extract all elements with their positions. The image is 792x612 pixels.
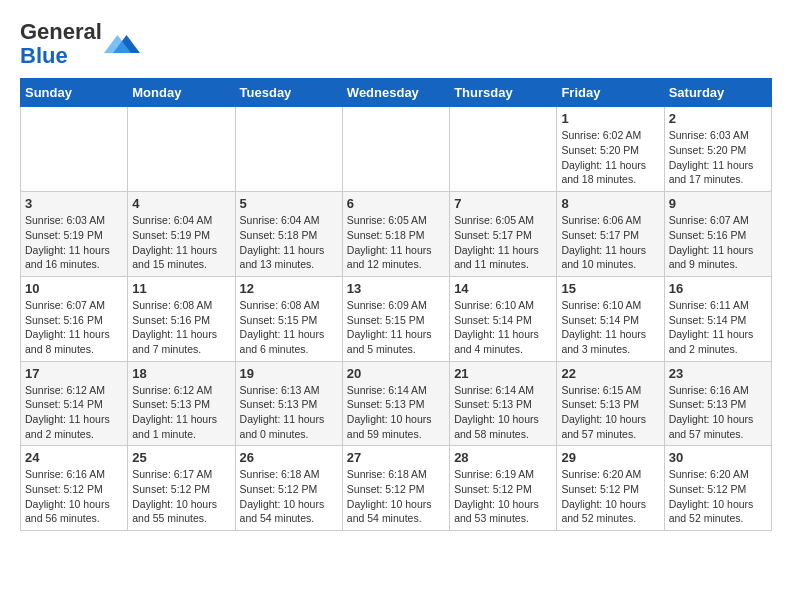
- day-info: Sunrise: 6:16 AM Sunset: 5:13 PM Dayligh…: [669, 383, 767, 442]
- day-number: 27: [347, 450, 445, 465]
- calendar-day-cell: 25Sunrise: 6:17 AM Sunset: 5:12 PM Dayli…: [128, 446, 235, 531]
- day-number: 21: [454, 366, 552, 381]
- day-info: Sunrise: 6:16 AM Sunset: 5:12 PM Dayligh…: [25, 467, 123, 526]
- page-header: General Blue: [20, 20, 772, 68]
- day-info: Sunrise: 6:10 AM Sunset: 5:14 PM Dayligh…: [454, 298, 552, 357]
- day-info: Sunrise: 6:12 AM Sunset: 5:13 PM Dayligh…: [132, 383, 230, 442]
- calendar-day-header: Thursday: [450, 79, 557, 107]
- calendar-day-cell: 1Sunrise: 6:02 AM Sunset: 5:20 PM Daylig…: [557, 107, 664, 192]
- day-number: 16: [669, 281, 767, 296]
- day-number: 1: [561, 111, 659, 126]
- calendar-day-header: Sunday: [21, 79, 128, 107]
- day-number: 5: [240, 196, 338, 211]
- day-info: Sunrise: 6:20 AM Sunset: 5:12 PM Dayligh…: [561, 467, 659, 526]
- day-number: 25: [132, 450, 230, 465]
- calendar-day-cell: 17Sunrise: 6:12 AM Sunset: 5:14 PM Dayli…: [21, 361, 128, 446]
- logo-icon: [104, 30, 140, 58]
- calendar-table: SundayMondayTuesdayWednesdayThursdayFrid…: [20, 78, 772, 531]
- day-number: 28: [454, 450, 552, 465]
- calendar-day-cell: 7Sunrise: 6:05 AM Sunset: 5:17 PM Daylig…: [450, 192, 557, 277]
- day-number: 12: [240, 281, 338, 296]
- calendar-day-cell: [342, 107, 449, 192]
- calendar-day-cell: 5Sunrise: 6:04 AM Sunset: 5:18 PM Daylig…: [235, 192, 342, 277]
- calendar-day-cell: 29Sunrise: 6:20 AM Sunset: 5:12 PM Dayli…: [557, 446, 664, 531]
- day-number: 7: [454, 196, 552, 211]
- day-info: Sunrise: 6:15 AM Sunset: 5:13 PM Dayligh…: [561, 383, 659, 442]
- day-number: 13: [347, 281, 445, 296]
- day-number: 23: [669, 366, 767, 381]
- calendar-day-cell: 11Sunrise: 6:08 AM Sunset: 5:16 PM Dayli…: [128, 276, 235, 361]
- calendar-day-cell: 8Sunrise: 6:06 AM Sunset: 5:17 PM Daylig…: [557, 192, 664, 277]
- day-info: Sunrise: 6:08 AM Sunset: 5:16 PM Dayligh…: [132, 298, 230, 357]
- day-info: Sunrise: 6:04 AM Sunset: 5:19 PM Dayligh…: [132, 213, 230, 272]
- calendar-day-cell: 19Sunrise: 6:13 AM Sunset: 5:13 PM Dayli…: [235, 361, 342, 446]
- calendar-day-cell: 6Sunrise: 6:05 AM Sunset: 5:18 PM Daylig…: [342, 192, 449, 277]
- calendar-day-cell: 16Sunrise: 6:11 AM Sunset: 5:14 PM Dayli…: [664, 276, 771, 361]
- day-number: 22: [561, 366, 659, 381]
- calendar-day-cell: 20Sunrise: 6:14 AM Sunset: 5:13 PM Dayli…: [342, 361, 449, 446]
- day-info: Sunrise: 6:09 AM Sunset: 5:15 PM Dayligh…: [347, 298, 445, 357]
- calendar-day-cell: 28Sunrise: 6:19 AM Sunset: 5:12 PM Dayli…: [450, 446, 557, 531]
- day-number: 3: [25, 196, 123, 211]
- calendar-day-cell: 21Sunrise: 6:14 AM Sunset: 5:13 PM Dayli…: [450, 361, 557, 446]
- calendar-day-cell: 10Sunrise: 6:07 AM Sunset: 5:16 PM Dayli…: [21, 276, 128, 361]
- calendar-week-row: 24Sunrise: 6:16 AM Sunset: 5:12 PM Dayli…: [21, 446, 772, 531]
- calendar-day-cell: [21, 107, 128, 192]
- day-info: Sunrise: 6:13 AM Sunset: 5:13 PM Dayligh…: [240, 383, 338, 442]
- calendar-day-cell: 14Sunrise: 6:10 AM Sunset: 5:14 PM Dayli…: [450, 276, 557, 361]
- day-info: Sunrise: 6:20 AM Sunset: 5:12 PM Dayligh…: [669, 467, 767, 526]
- day-info: Sunrise: 6:18 AM Sunset: 5:12 PM Dayligh…: [240, 467, 338, 526]
- calendar-day-cell: [450, 107, 557, 192]
- calendar-day-cell: 26Sunrise: 6:18 AM Sunset: 5:12 PM Dayli…: [235, 446, 342, 531]
- calendar-week-row: 1Sunrise: 6:02 AM Sunset: 5:20 PM Daylig…: [21, 107, 772, 192]
- day-number: 9: [669, 196, 767, 211]
- day-number: 19: [240, 366, 338, 381]
- calendar-day-header: Monday: [128, 79, 235, 107]
- day-info: Sunrise: 6:05 AM Sunset: 5:17 PM Dayligh…: [454, 213, 552, 272]
- day-info: Sunrise: 6:04 AM Sunset: 5:18 PM Dayligh…: [240, 213, 338, 272]
- day-info: Sunrise: 6:02 AM Sunset: 5:20 PM Dayligh…: [561, 128, 659, 187]
- day-number: 2: [669, 111, 767, 126]
- day-number: 14: [454, 281, 552, 296]
- calendar-week-row: 10Sunrise: 6:07 AM Sunset: 5:16 PM Dayli…: [21, 276, 772, 361]
- calendar-day-cell: 4Sunrise: 6:04 AM Sunset: 5:19 PM Daylig…: [128, 192, 235, 277]
- calendar-day-cell: 18Sunrise: 6:12 AM Sunset: 5:13 PM Dayli…: [128, 361, 235, 446]
- day-info: Sunrise: 6:17 AM Sunset: 5:12 PM Dayligh…: [132, 467, 230, 526]
- day-number: 30: [669, 450, 767, 465]
- logo-text: General Blue: [20, 20, 102, 68]
- calendar-day-cell: 22Sunrise: 6:15 AM Sunset: 5:13 PM Dayli…: [557, 361, 664, 446]
- day-info: Sunrise: 6:12 AM Sunset: 5:14 PM Dayligh…: [25, 383, 123, 442]
- day-info: Sunrise: 6:07 AM Sunset: 5:16 PM Dayligh…: [669, 213, 767, 272]
- day-number: 24: [25, 450, 123, 465]
- day-info: Sunrise: 6:14 AM Sunset: 5:13 PM Dayligh…: [347, 383, 445, 442]
- calendar-day-header: Friday: [557, 79, 664, 107]
- calendar-day-cell: 2Sunrise: 6:03 AM Sunset: 5:20 PM Daylig…: [664, 107, 771, 192]
- day-info: Sunrise: 6:14 AM Sunset: 5:13 PM Dayligh…: [454, 383, 552, 442]
- day-info: Sunrise: 6:19 AM Sunset: 5:12 PM Dayligh…: [454, 467, 552, 526]
- day-number: 8: [561, 196, 659, 211]
- calendar-day-cell: 15Sunrise: 6:10 AM Sunset: 5:14 PM Dayli…: [557, 276, 664, 361]
- day-number: 4: [132, 196, 230, 211]
- day-info: Sunrise: 6:03 AM Sunset: 5:19 PM Dayligh…: [25, 213, 123, 272]
- day-info: Sunrise: 6:10 AM Sunset: 5:14 PM Dayligh…: [561, 298, 659, 357]
- logo: General Blue: [20, 20, 140, 68]
- calendar-day-cell: 9Sunrise: 6:07 AM Sunset: 5:16 PM Daylig…: [664, 192, 771, 277]
- calendar-day-header: Saturday: [664, 79, 771, 107]
- calendar-day-cell: [128, 107, 235, 192]
- day-number: 29: [561, 450, 659, 465]
- day-info: Sunrise: 6:07 AM Sunset: 5:16 PM Dayligh…: [25, 298, 123, 357]
- day-number: 17: [25, 366, 123, 381]
- day-number: 10: [25, 281, 123, 296]
- calendar-day-cell: 12Sunrise: 6:08 AM Sunset: 5:15 PM Dayli…: [235, 276, 342, 361]
- calendar-day-cell: 30Sunrise: 6:20 AM Sunset: 5:12 PM Dayli…: [664, 446, 771, 531]
- calendar-day-header: Wednesday: [342, 79, 449, 107]
- calendar-day-cell: [235, 107, 342, 192]
- day-info: Sunrise: 6:18 AM Sunset: 5:12 PM Dayligh…: [347, 467, 445, 526]
- day-info: Sunrise: 6:06 AM Sunset: 5:17 PM Dayligh…: [561, 213, 659, 272]
- day-number: 20: [347, 366, 445, 381]
- calendar-day-header: Tuesday: [235, 79, 342, 107]
- calendar-day-cell: 24Sunrise: 6:16 AM Sunset: 5:12 PM Dayli…: [21, 446, 128, 531]
- calendar-day-cell: 27Sunrise: 6:18 AM Sunset: 5:12 PM Dayli…: [342, 446, 449, 531]
- day-number: 11: [132, 281, 230, 296]
- calendar-day-cell: 23Sunrise: 6:16 AM Sunset: 5:13 PM Dayli…: [664, 361, 771, 446]
